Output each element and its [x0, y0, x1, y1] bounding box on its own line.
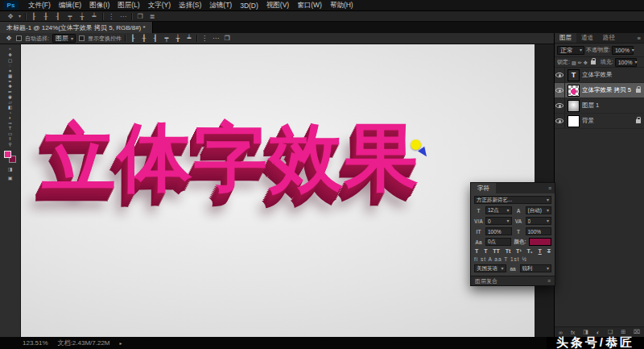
lock-transparency-icon[interactable]: ▨: [572, 60, 576, 65]
panel-menu-icon[interactable]: ≡: [634, 33, 644, 43]
align-middle-vertical-icon[interactable]: ╁: [174, 35, 182, 42]
layer-mask-icon[interactable]: ◨: [583, 329, 588, 335]
layer-thumbnail[interactable]: T: [568, 69, 580, 81]
distribute-vertical-icon[interactable]: ⋮: [200, 35, 208, 42]
layer-thumbnail[interactable]: [568, 115, 580, 127]
menu-item-view[interactable]: 视图(V): [262, 0, 293, 10]
tracking-select[interactable]: 0 ▾: [526, 217, 552, 225]
layer-name[interactable]: 背景: [582, 117, 634, 125]
align-top-icon[interactable]: ┯: [66, 13, 74, 20]
distribute-horizontal-icon[interactable]: ⋯: [212, 35, 220, 42]
tab-character[interactable]: 字符: [471, 183, 496, 193]
layer-group-icon[interactable]: ❏: [608, 329, 613, 335]
strikethrough-button[interactable]: T: [547, 248, 551, 254]
delete-layer-icon[interactable]: ⌧: [634, 329, 640, 335]
lock-all-icon[interactable]: [591, 60, 596, 64]
menu-item-3d[interactable]: 3D(D): [236, 0, 262, 10]
new-layer-icon[interactable]: ⊞: [621, 329, 625, 335]
align-center-horizontal-icon[interactable]: ╂: [42, 13, 50, 20]
align-left-icon[interactable]: ┠: [129, 35, 137, 42]
tab-channels[interactable]: 通道: [576, 33, 598, 43]
zoom-level[interactable]: 123.51%: [23, 339, 48, 347]
adjustment-layer-icon[interactable]: ◐: [597, 330, 600, 335]
horizontal-scale-field[interactable]: 100%: [526, 227, 552, 235]
opentype-buttons[interactable]: fi st A aa T 1st ½: [474, 256, 527, 262]
menu-item-window[interactable]: 窗口(W): [293, 0, 326, 10]
lock-position-icon[interactable]: ✥: [584, 60, 588, 65]
kerning-select[interactable]: 0 ▾: [485, 217, 512, 225]
align-right-icon[interactable]: ┨: [54, 13, 62, 20]
all-caps-button[interactable]: TT: [493, 248, 500, 254]
align-top-icon[interactable]: ┯: [163, 35, 171, 42]
collapse-toolbar-icon[interactable]: «: [9, 46, 11, 52]
auto-select-target-select[interactable]: 图层 ▾: [52, 34, 76, 43]
distribute-vertical-icon[interactable]: ⋮: [107, 13, 115, 20]
language-select[interactable]: 美国英语 ▾: [474, 264, 506, 272]
layer-thumbnail[interactable]: [568, 85, 580, 97]
menu-item-file[interactable]: 文件(F): [24, 0, 55, 10]
antialias-select[interactable]: 锐利 ▾: [520, 264, 552, 272]
tool-preset-icon[interactable]: ✥: [6, 13, 14, 20]
layer-name[interactable]: 立体字效果 拷贝 5: [582, 86, 634, 94]
menu-item-select[interactable]: 选择(S): [175, 0, 205, 10]
text-color-swatch[interactable]: [529, 238, 551, 246]
menu-item-filter[interactable]: 滤镜(T): [205, 0, 236, 10]
layer-thumbnail[interactable]: [568, 100, 580, 112]
align-center-horizontal-icon[interactable]: ╂: [140, 35, 148, 42]
chevron-down-icon[interactable]: ▾: [19, 14, 21, 19]
opacity-select[interactable]: 100% ▾: [612, 46, 634, 55]
blend-mode-select[interactable]: 正常 ▾: [557, 46, 584, 55]
leading-select[interactable]: (自动) ▾: [526, 206, 552, 214]
lock-pixels-icon[interactable]: ✏: [578, 60, 582, 65]
align-bottom-icon[interactable]: ┷: [185, 35, 193, 42]
fill-select[interactable]: 100% ▾: [615, 58, 637, 67]
zoom-tool-icon[interactable]: ⚲: [0, 142, 20, 147]
status-popup-arrow-icon[interactable]: ▸: [120, 341, 122, 346]
layer-row-copy5-selected[interactable]: 立体字效果 拷贝 5: [555, 83, 644, 98]
visibility-toggle[interactable]: [555, 83, 565, 98]
tab-paths[interactable]: 路径: [598, 33, 620, 43]
menu-item-edit[interactable]: 编辑(E): [55, 0, 85, 10]
font-size-select[interactable]: 12点 ▾: [485, 206, 512, 214]
visibility-toggle[interactable]: [555, 98, 565, 113]
document-tab[interactable]: 未标题-1 @ 124%(立体字效果 拷贝 5, RGB/8#) *: [0, 22, 153, 33]
small-caps-button[interactable]: Tt: [506, 248, 511, 254]
auto-align-icon[interactable]: ❐: [136, 13, 144, 20]
tab-layers[interactable]: 图层: [555, 33, 576, 43]
align-bottom-icon[interactable]: ┷: [90, 13, 98, 20]
align-left-icon[interactable]: ┠: [30, 13, 38, 20]
menu-item-image[interactable]: 图像(I): [85, 0, 114, 10]
layer-row-background[interactable]: 背景: [555, 114, 644, 129]
visibility-toggle[interactable]: [555, 68, 565, 82]
align-right-icon[interactable]: ┨: [151, 35, 159, 42]
foreground-color-swatch[interactable]: [4, 151, 11, 158]
link-layers-icon[interactable]: ∞: [559, 330, 563, 335]
canvas-3d-text[interactable]: 立体字效果: [42, 120, 420, 194]
menu-item-help[interactable]: 帮助(H): [326, 0, 357, 10]
font-family-select[interactable]: 方正苏新诗艺... ▾: [474, 196, 551, 204]
superscript-button[interactable]: T¹: [516, 248, 522, 254]
distribute-horizontal-icon[interactable]: ⋯: [119, 13, 127, 20]
docked-panel-bar[interactable]: 图层复合 ≡: [471, 276, 555, 285]
vertical-scale-field[interactable]: 100%: [485, 227, 512, 235]
visibility-toggle[interactable]: [555, 114, 565, 128]
layer-effects-icon[interactable]: fx: [571, 330, 575, 335]
baseline-shift-field[interactable]: 0点: [485, 238, 511, 246]
faux-italic-button[interactable]: T: [484, 248, 487, 254]
panel-menu-icon[interactable]: ≡: [545, 183, 555, 193]
screen-mode-icon[interactable]: ▣: [8, 174, 13, 181]
document-canvas[interactable]: 立体字效果: [21, 44, 535, 337]
auto-select-checkbox[interactable]: [16, 35, 22, 41]
underline-button[interactable]: T: [539, 248, 542, 254]
align-middle-vertical-icon[interactable]: ╁: [78, 13, 86, 20]
layer-name[interactable]: 立体字效果: [582, 71, 644, 79]
menu-item-type[interactable]: 文字(Y): [144, 0, 175, 10]
auto-align-layers-icon[interactable]: ❐: [223, 35, 231, 42]
layer-name[interactable]: 图层 1: [582, 102, 644, 110]
workspace-switcher-icon[interactable]: ≣: [148, 13, 156, 20]
faux-bold-button[interactable]: T: [475, 248, 478, 254]
subscript-button[interactable]: T₁: [527, 248, 533, 254]
menu-item-layer[interactable]: 图层(L): [114, 0, 143, 10]
show-transform-checkbox[interactable]: [79, 35, 85, 41]
layer-row-text[interactable]: T 立体字效果: [555, 68, 644, 83]
